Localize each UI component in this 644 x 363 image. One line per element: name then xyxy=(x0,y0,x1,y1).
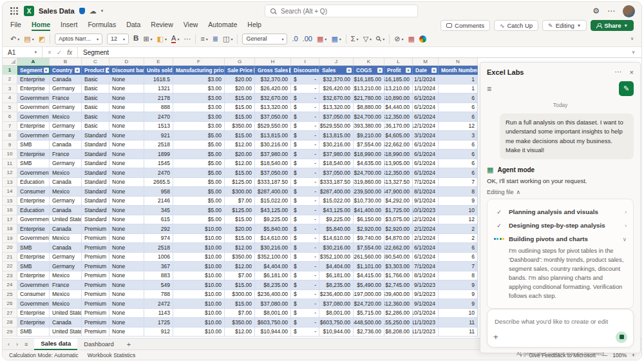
cell[interactable]: 615 xyxy=(144,215,173,225)
cell[interactable]: $4,415.00 xyxy=(354,271,384,281)
chat-history-icon[interactable]: ≡ xyxy=(487,84,491,93)
cell[interactable]: Enterprise xyxy=(17,84,50,94)
menu-data[interactable]: Data xyxy=(126,21,140,31)
align-icon[interactable]: ≡▾ xyxy=(200,35,207,43)
cell[interactable]: $15,022.00 xyxy=(319,197,354,206)
cell[interactable]: 7/1/2024 xyxy=(413,262,439,271)
row-header-15[interactable]: 15 xyxy=(3,197,17,206)
cell[interactable]: 6/1/2024 xyxy=(413,150,439,159)
cell[interactable]: $12,360.00 xyxy=(384,299,413,309)
cell[interactable]: $10.00 xyxy=(173,271,225,281)
cell[interactable]: $4,404.00 xyxy=(255,262,291,271)
cell[interactable]: 921 xyxy=(144,131,173,141)
cell[interactable]: Premium xyxy=(82,234,109,244)
row-header-2[interactable]: 2 xyxy=(3,75,17,84)
column-header-E[interactable]: E xyxy=(144,58,173,66)
cell[interactable]: Government xyxy=(17,299,50,309)
cell[interactable]: Basic xyxy=(82,84,109,94)
cell[interactable]: $8,235.00 xyxy=(255,280,291,290)
cell[interactable]: $7,554.00 xyxy=(354,141,384,150)
cell[interactable]: None xyxy=(109,168,144,178)
cell[interactable]: Premium xyxy=(82,243,109,253)
add-sheet-button[interactable]: + xyxy=(127,340,131,348)
row-header-24[interactable]: 24 xyxy=(3,280,17,290)
cell[interactable]: $10,890.00 xyxy=(384,93,413,103)
cell[interactable]: $350.00 xyxy=(225,318,255,328)
cell[interactable]: Germany xyxy=(50,103,82,113)
cell[interactable]: Canada xyxy=(50,318,82,328)
filter-dropdown-icon[interactable]: ▼ xyxy=(377,68,383,73)
cell[interactable]: $26,420.00 xyxy=(255,84,291,94)
header-cell[interactable]: Product▼ xyxy=(82,66,109,75)
cell[interactable]: Basic xyxy=(82,112,109,122)
cell[interactable]: $32,370.00 xyxy=(319,75,354,84)
menu-automate[interactable]: Automate xyxy=(208,21,237,31)
cell[interactable]: None xyxy=(109,234,144,244)
cell[interactable]: $20.00 xyxy=(225,224,255,234)
column-header-L[interactable]: L xyxy=(384,58,413,66)
cell[interactable]: None xyxy=(109,131,144,141)
cell[interactable]: $319,860.00 xyxy=(354,178,384,188)
cell[interactable]: Canada xyxy=(50,178,82,188)
cell[interactable]: Germany xyxy=(50,159,82,169)
autosave-cloud-icon[interactable]: ☁ xyxy=(90,7,97,15)
cell[interactable]: Basic xyxy=(82,122,109,132)
cell[interactable]: $3.00 xyxy=(173,112,225,122)
cell[interactable]: $136,170.00 xyxy=(384,122,413,132)
cell[interactable]: $3,075.00 xyxy=(384,215,413,225)
row-header-13[interactable]: 13 xyxy=(3,178,17,188)
editing-file-toggle[interactable]: Editing file ∧ xyxy=(487,189,634,195)
cell[interactable]: $300.00 xyxy=(225,290,255,300)
row-header-25[interactable]: 25 xyxy=(3,290,17,300)
number-format-dropdown[interactable]: General▾ xyxy=(242,34,287,44)
cell[interactable]: Mexico xyxy=(50,234,82,244)
cell[interactable]: $90,540.00 xyxy=(384,253,413,262)
cell[interactable]: 1545 xyxy=(144,159,173,169)
cell[interactable]: $10.00 xyxy=(173,328,225,337)
menu-view[interactable]: View xyxy=(184,21,198,31)
cell[interactable]: $15.00 xyxy=(225,93,255,103)
stop-generation-button[interactable] xyxy=(616,331,627,343)
cell[interactable]: 345 xyxy=(144,206,173,215)
cell[interactable]: $4,635.00 xyxy=(354,159,384,169)
cell[interactable]: Canada xyxy=(50,243,82,253)
cell[interactable]: $14,610.00 xyxy=(319,234,354,244)
header-cell[interactable]: Month Number▼ xyxy=(439,66,478,75)
cell[interactable]: $- xyxy=(291,290,319,300)
cell[interactable]: SMB xyxy=(17,262,50,271)
cell[interactable]: None xyxy=(109,141,144,150)
step-row[interactable]: ✓Planning analysis and visuals› xyxy=(493,205,628,219)
header-cell[interactable]: Date▼ xyxy=(413,66,439,75)
cell[interactable]: $15.00 xyxy=(225,280,255,290)
cell[interactable]: $3,303.00 xyxy=(384,262,413,271)
cell[interactable]: $3.00 xyxy=(173,122,225,132)
cell[interactable]: None xyxy=(109,271,144,281)
conditional-formatting-icon[interactable]: ▦▾ xyxy=(317,35,327,43)
cell[interactable]: $1,766.00 xyxy=(384,271,413,281)
cell[interactable]: $352,100.00 xyxy=(255,253,291,262)
cell[interactable]: 1/1/2024 xyxy=(413,75,439,84)
row-header-17[interactable]: 17 xyxy=(3,215,17,225)
header-cell[interactable]: Discounts▼ xyxy=(291,66,319,75)
cell[interactable]: $4,870.00 xyxy=(384,234,413,244)
comments-button[interactable]: Comments xyxy=(440,20,490,31)
row-header-19[interactable]: 19 xyxy=(3,234,17,244)
find-icon[interactable]: ⚲▾ xyxy=(376,35,384,43)
cell[interactable]: Education xyxy=(17,206,50,215)
cell[interactable]: $10,730.00 xyxy=(354,197,384,206)
cell[interactable]: $- xyxy=(291,122,319,132)
editing-mode-button[interactable]: ✎ Editing ▼ xyxy=(542,20,587,31)
cell[interactable]: Premium xyxy=(82,262,109,271)
cell[interactable]: $12.00 xyxy=(225,141,255,150)
cell[interactable]: $32,670.00 xyxy=(255,93,291,103)
cell[interactable]: $21,780.00 xyxy=(354,93,384,103)
cell[interactable]: $- xyxy=(291,309,319,319)
cell[interactable]: 6/1/2024 xyxy=(413,93,439,103)
cell[interactable]: Canada xyxy=(50,75,82,84)
panel-close-icon[interactable]: × xyxy=(630,68,634,76)
cell[interactable]: $5,490.00 xyxy=(354,280,384,290)
cell[interactable]: $10.00 xyxy=(173,234,225,244)
cell[interactable]: $125.00 xyxy=(225,178,255,188)
cell[interactable]: $10,944.00 xyxy=(319,328,354,337)
cell[interactable]: Government xyxy=(17,168,50,178)
